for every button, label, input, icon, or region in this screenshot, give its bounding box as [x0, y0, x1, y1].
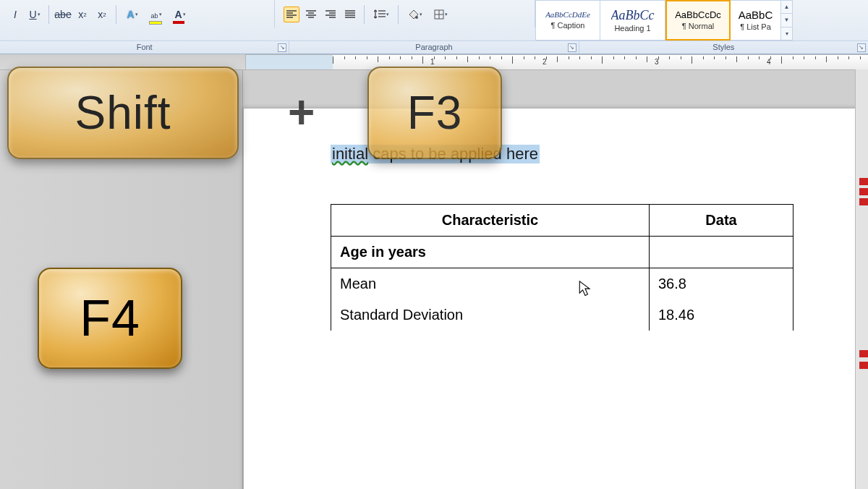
style-normal[interactable]: AaBbCcDc ¶ Normal	[665, 0, 731, 41]
style-heading1[interactable]: AaBbCc Heading 1	[600, 0, 665, 41]
scroll-mark-icon	[859, 188, 868, 195]
scroll-mark-icon	[859, 198, 868, 205]
highlight-button[interactable]: ab ▾	[146, 7, 166, 22]
cursor-icon	[579, 281, 592, 298]
paragraph-dialog-launcher[interactable]: ↘	[568, 43, 576, 52]
styles-down-icon[interactable]: ▼	[781, 14, 792, 27]
table-row: Age in years	[331, 237, 793, 268]
document-page[interactable]: initial caps to be applied here Characte…	[243, 108, 868, 489]
svg-point-19	[415, 16, 418, 19]
table-row: Mean 36.8	[331, 268, 793, 300]
keycap-f3: F3	[367, 67, 502, 159]
italic-button[interactable]: I	[7, 7, 23, 22]
align-right-button[interactable]	[323, 7, 339, 22]
style-caption[interactable]: AaBbCcDdEe ¶ Caption	[535, 0, 600, 41]
col-data: Data	[650, 205, 793, 237]
shading-button[interactable]: ▾	[404, 7, 426, 22]
font-group-label: Font ↘	[0, 41, 289, 54]
styles-dialog-launcher[interactable]: ↘	[857, 43, 866, 52]
font-dialog-launcher[interactable]: ↘	[278, 43, 286, 52]
ribbon: I U▾ abe x2 x2 A▾ ab ▾ A ▾	[0, 0, 868, 54]
align-center-button[interactable]	[303, 7, 319, 22]
styles-more-icon[interactable]: ▾	[781, 27, 792, 40]
styles-gallery: AaBbCcDdEe ¶ Caption AaBbCc Heading 1 Aa…	[535, 0, 793, 41]
paragraph-group-label: Paragraph ↘	[289, 41, 579, 54]
font-group: I U▾ abe x2 x2 A▾ ab ▾ A ▾	[0, 0, 275, 27]
paragraph-group: ▾ ▾ ▾	[275, 0, 535, 27]
keycap-shift: Shift	[7, 67, 239, 159]
table-header-row: Characteristic Data	[331, 205, 793, 237]
scroll-mark-icon	[859, 178, 868, 185]
table-row: Standard Deviation 18.46	[331, 299, 793, 331]
line-spacing-button[interactable]: ▾	[370, 7, 392, 22]
styles-group-label: Styles ↘	[579, 41, 868, 54]
subscript-button[interactable]: x2	[75, 7, 90, 22]
text-effects-button[interactable]: A▾	[122, 7, 142, 22]
borders-button[interactable]: ▾	[430, 7, 451, 22]
horizontal-ruler[interactable]: /*ticks generated below via JS after bin…	[246, 54, 868, 69]
vertical-scrollbar[interactable]	[855, 69, 868, 489]
styles-scroll[interactable]: ▲ ▼ ▾	[781, 0, 793, 41]
justify-button[interactable]	[342, 7, 358, 22]
superscript-button[interactable]: x2	[94, 7, 110, 22]
style-list-paragraph[interactable]: AaBbC ¶ List Pa	[731, 0, 781, 41]
underline-button[interactable]: U▾	[27, 7, 43, 22]
align-left-button[interactable]	[284, 7, 299, 22]
styles-up-icon[interactable]: ▲	[781, 1, 792, 14]
font-color-button[interactable]: A ▾	[170, 7, 190, 22]
keycap-f4: F4	[38, 268, 182, 369]
scroll-mark-icon	[859, 362, 868, 369]
scroll-mark-icon	[859, 350, 868, 357]
col-characteristic: Characteristic	[331, 205, 650, 237]
plus-icon: +	[288, 85, 315, 139]
document-table[interactable]: Characteristic Data Age in years Mean 36…	[331, 204, 793, 331]
strikethrough-button[interactable]: abe	[55, 7, 71, 22]
